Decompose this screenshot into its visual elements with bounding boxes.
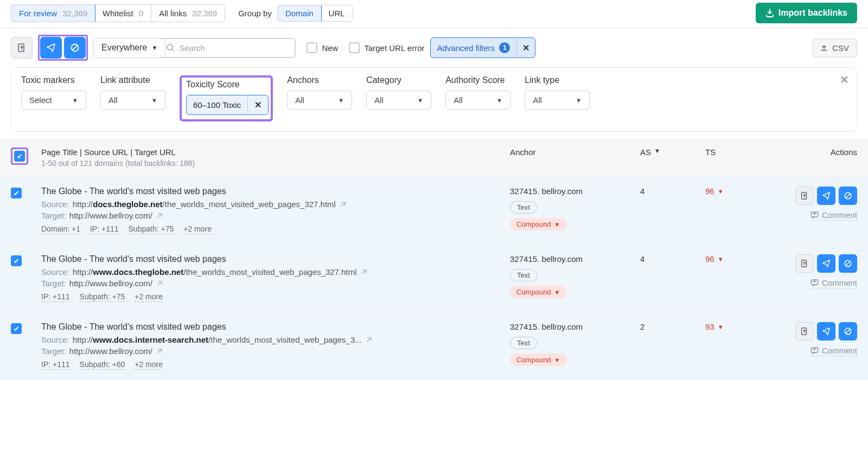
groupby-tabs: Domain URL: [277, 5, 353, 22]
compound-badge[interactable]: Compound ▼: [510, 354, 567, 366]
highlighted-action-buttons: [38, 35, 88, 61]
text-badge: Text: [510, 269, 537, 281]
meta-link[interactable]: Domain: +1: [41, 224, 80, 234]
ts-value[interactable]: 93 ▼: [705, 322, 770, 331]
meta-link[interactable]: IP: +111: [41, 292, 70, 302]
row-checkbox[interactable]: ✔: [11, 323, 22, 334]
export-page-button[interactable]: [11, 37, 33, 59]
external-link-icon[interactable]: [156, 212, 163, 220]
filter-label: Toxicity Score: [186, 80, 269, 89]
anchors-select[interactable]: All ▼: [287, 91, 352, 110]
meta-link[interactable]: Subpath: +75: [80, 292, 125, 302]
export-row-button[interactable]: [795, 254, 814, 273]
table-row: ✔ The Globe - The world's most visited w…: [0, 312, 868, 380]
comment-button[interactable]: Comment: [810, 346, 857, 356]
meta-link[interactable]: Subpath: +75: [129, 224, 174, 234]
link-type-select[interactable]: All ▼: [525, 91, 590, 110]
close-panel-button[interactable]: ✕: [840, 73, 849, 86]
table-row: ✔ The Globe - The world's most visited w…: [0, 177, 868, 245]
compound-badge[interactable]: Compound ▼: [510, 218, 567, 230]
export-row-button[interactable]: [795, 187, 814, 205]
toxic-markers-select[interactable]: Select ▼: [21, 91, 86, 110]
row-target: Target: http://www.bellroy.com/: [41, 346, 499, 356]
search-placeholder: Search: [179, 43, 205, 53]
tab-count: 0: [139, 9, 143, 18]
send-row-button[interactable]: [817, 322, 835, 341]
ts-value[interactable]: 96 ▼: [705, 187, 770, 196]
external-link-icon[interactable]: [156, 348, 163, 355]
target-url-error-checkbox[interactable]: Target URL error: [349, 42, 424, 53]
chip-text: 60–100 Toxic: [187, 96, 247, 114]
filter-label: Toxic markers: [21, 75, 86, 85]
header-as-col[interactable]: AS ▼: [640, 147, 694, 157]
select-value: All: [295, 95, 304, 105]
tab-whitelist[interactable]: Whitelist 0: [95, 5, 151, 22]
block-row-button[interactable]: [839, 187, 857, 205]
upload-icon: [820, 44, 828, 52]
search-input[interactable]: Search: [159, 38, 295, 57]
row-source: Source: http://www.docs.internet-search.…: [41, 335, 499, 344]
authority-score-select[interactable]: All ▼: [445, 91, 510, 110]
advanced-filters-chip[interactable]: Advanced filters 1 ✕: [430, 37, 536, 58]
col-label: AS: [640, 147, 651, 157]
compound-badge[interactable]: Compound ▼: [510, 286, 567, 298]
text-badge: Text: [510, 337, 537, 349]
comment-button[interactable]: Comment: [810, 278, 857, 288]
block-row-button[interactable]: [839, 254, 857, 273]
anchor-text: 327415. bellroy.com: [510, 254, 629, 264]
groupby-url[interactable]: URL: [321, 5, 353, 21]
select-all-checkbox[interactable]: ✔: [14, 151, 25, 162]
chip-count: 1: [499, 42, 510, 53]
button-label: Import backlinks: [778, 8, 847, 18]
row-checkbox[interactable]: ✔: [11, 188, 22, 198]
external-link-icon[interactable]: [156, 280, 163, 287]
chevron-down-icon: ▼: [496, 97, 502, 104]
filter-label: Anchors: [287, 75, 352, 85]
close-icon[interactable]: ✕: [247, 95, 268, 114]
svg-rect-6: [802, 260, 807, 267]
ts-value[interactable]: 96 ▼: [705, 254, 770, 264]
select-value: All: [374, 95, 384, 105]
export-row-button[interactable]: [795, 322, 814, 341]
close-icon[interactable]: ✕: [516, 38, 535, 57]
filter-authority-score: Authority Score All ▼: [445, 75, 510, 121]
meta-link[interactable]: +2 more: [135, 360, 163, 370]
search-scope-dropdown[interactable]: Everywhere ▼: [94, 38, 165, 57]
new-checkbox[interactable]: New: [307, 42, 338, 53]
groupby-domain[interactable]: Domain: [277, 5, 322, 22]
top-bar: For review 32,369 Whitelist 0 All links …: [0, 0, 868, 28]
chip-label: Advanced filters: [437, 43, 495, 53]
category-select[interactable]: All ▼: [366, 91, 431, 110]
block-row-button[interactable]: [839, 322, 857, 341]
send-row-button[interactable]: [817, 187, 835, 205]
toxicity-score-chip[interactable]: 60–100 Toxic ✕: [186, 95, 269, 115]
export-csv-button[interactable]: CSV: [812, 38, 857, 57]
meta-link[interactable]: +2 more: [135, 292, 163, 302]
header-anchor-col: Anchor: [510, 147, 629, 157]
row-title: The Globe - The world's most visited web…: [41, 322, 499, 332]
send-row-button[interactable]: [817, 254, 835, 273]
row-checkbox[interactable]: ✔: [11, 255, 22, 266]
meta-link[interactable]: IP: +111: [41, 360, 70, 370]
filter-toxic-markers: Toxic markers Select ▼: [21, 75, 86, 121]
import-backlinks-button[interactable]: Import backlinks: [756, 3, 857, 23]
meta-link[interactable]: IP: +111: [90, 224, 119, 234]
header-ts-col: TS: [705, 147, 770, 157]
external-link-icon[interactable]: [339, 201, 347, 208]
svg-rect-3: [802, 192, 807, 199]
row-meta: IP: +111Subpath: +75+2 more: [41, 292, 499, 302]
link-attribute-select[interactable]: All ▼: [100, 91, 165, 110]
meta-link[interactable]: Subpath: +60: [80, 360, 125, 370]
block-button[interactable]: [64, 37, 86, 59]
external-link-icon[interactable]: [360, 268, 368, 276]
external-link-icon[interactable]: [365, 336, 373, 344]
tab-all-links[interactable]: All links 32,369: [151, 5, 225, 22]
checkbox-icon: [307, 42, 317, 53]
highlighted-toxicity-filter: Toxicity Score 60–100 Toxic ✕: [180, 75, 273, 121]
tab-for-review[interactable]: For review 32,369: [11, 4, 95, 22]
filter-label: Link type: [525, 75, 590, 85]
table-header: ✔ Page Title | Source URL | Target URL 1…: [0, 139, 868, 177]
send-button[interactable]: [40, 37, 62, 59]
meta-link[interactable]: +2 more: [183, 224, 212, 234]
comment-button[interactable]: Comment: [810, 210, 857, 221]
